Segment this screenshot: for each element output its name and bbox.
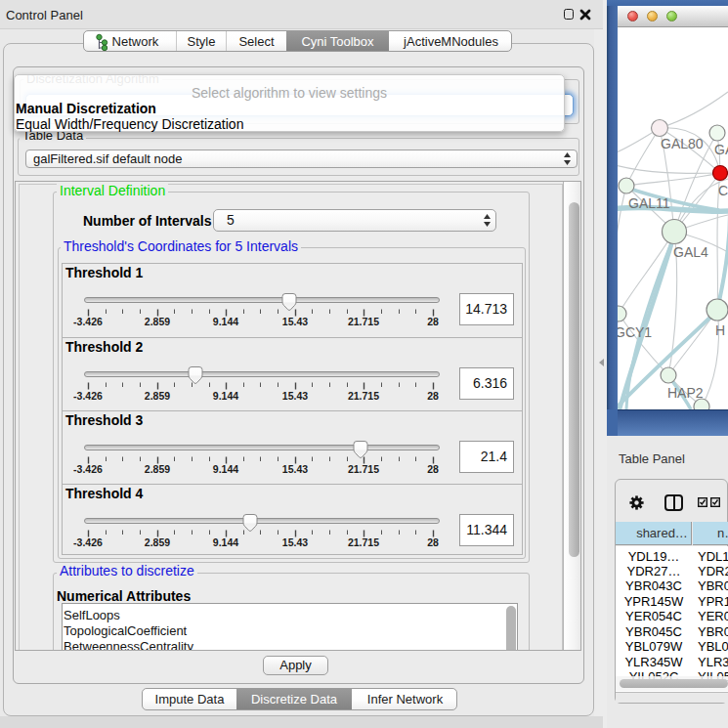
svg-text:GA: GA <box>714 142 728 157</box>
svg-text:GAL80: GAL80 <box>661 136 704 151</box>
svg-text:GAL4: GAL4 <box>673 244 708 260</box>
svg-text:GCY1: GCY1 <box>618 324 652 340</box>
svg-text:HAP2: HAP2 <box>667 385 704 401</box>
svg-text:H: H <box>715 322 725 338</box>
svg-text:GAL11: GAL11 <box>628 195 670 211</box>
svg-text:C: C <box>718 183 728 198</box>
